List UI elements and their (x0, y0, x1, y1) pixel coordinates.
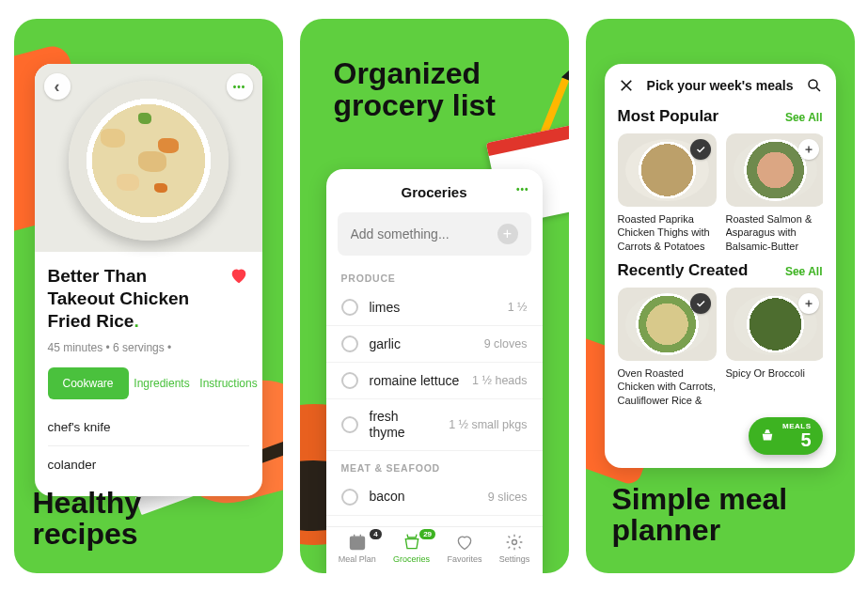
cookware-item: chef's knife (48, 409, 249, 446)
meal-label: Roasted Paprika Chicken Thighs with Carr… (618, 212, 717, 252)
checkbox[interactable] (341, 372, 358, 389)
recipe-meta: 45 minutes • 6 servings • (48, 341, 249, 354)
heart-icon (229, 265, 249, 286)
back-button[interactable]: ‹ (44, 73, 71, 100)
tab-meal-plan[interactable]: 4 Meal Plan (339, 533, 376, 564)
grocery-name: bacon (370, 489, 477, 505)
tab-groceries[interactable]: 29 Groceries (393, 533, 430, 564)
more-icon: ••• (516, 184, 529, 195)
plus-icon: + (503, 226, 512, 242)
tab-label: Meal Plan (339, 554, 376, 564)
meal-plan-icon (348, 533, 367, 552)
tab-favorites[interactable]: Favorites (447, 533, 481, 564)
meals-cart-button[interactable]: MEALS 5 (749, 417, 823, 455)
fab-count: 5 (800, 430, 811, 449)
tab-bar: 4 Meal Plan 29 Groceries Favorites Setti… (326, 526, 543, 573)
tab-instructions[interactable]: Instructions (196, 367, 262, 399)
panel-caption: Simple meal planner (612, 484, 788, 547)
plus-icon (803, 144, 814, 155)
screenshot-grocery-list: Organized grocery list Groceries ••• + P… (300, 19, 569, 573)
meal-image (726, 288, 823, 361)
selected-badge[interactable] (690, 139, 711, 160)
meal-label: Roasted Salmon & Asparagus with Balsamic… (726, 212, 823, 252)
search-button[interactable] (806, 77, 823, 94)
tab-ingredients[interactable]: Ingredients (129, 367, 196, 399)
meal-tile[interactable]: Roasted Paprika Chicken Thighs with Carr… (618, 133, 717, 252)
groceries-card: Groceries ••• + PRODUCElimes1 ½garlic9 c… (326, 169, 543, 573)
badge: 29 (419, 529, 435, 539)
section-title: Most Popular (618, 107, 719, 126)
svg-point-0 (513, 540, 517, 545)
groceries-icon (402, 533, 421, 552)
grocery-name: romaine lettuce (370, 373, 462, 389)
check-icon (695, 144, 706, 155)
meal-label: Spicy Or Broccoli (726, 366, 823, 380)
checkbox[interactable] (341, 489, 358, 506)
section-title: Recently Created (618, 261, 749, 280)
panel-caption: Healthy recipes (33, 488, 142, 551)
add-badge[interactable] (798, 139, 819, 160)
checkbox[interactable] (341, 416, 358, 433)
svg-point-1 (809, 80, 817, 88)
tab-label: Favorites (447, 554, 481, 564)
basket-icon (758, 427, 777, 445)
groceries-title: Groceries (401, 184, 466, 200)
plus-icon (803, 298, 814, 309)
favorites-icon (455, 533, 474, 552)
recipe-title: Better Than Takeout Chicken Fried Rice. (48, 265, 219, 332)
favorite-button[interactable] (229, 265, 249, 286)
grocery-qty: 1 ½ (508, 301, 528, 314)
check-icon (695, 298, 706, 309)
meal-label: Oven Roasted Chicken with Carrots, Cauli… (618, 366, 717, 406)
section-label: MEAT & SEAFOOD (326, 451, 543, 479)
screenshot-meal-planner: Pick your week's meals Most PopularSee A… (586, 19, 855, 573)
grocery-row[interactable]: garlic9 cloves (326, 326, 543, 363)
grocery-name: garlic (370, 336, 473, 352)
add-badge[interactable] (798, 293, 819, 314)
add-item-input[interactable] (351, 226, 497, 241)
tab-label: Groceries (393, 554, 430, 564)
close-icon (618, 77, 635, 94)
tab-cookware[interactable]: Cookware (48, 367, 129, 399)
search-icon (806, 77, 823, 94)
meal-picker-card: Pick your week's meals Most PopularSee A… (605, 64, 836, 468)
grocery-qty: 1 ½ small pkgs (449, 418, 527, 431)
grocery-row[interactable]: romaine lettuce1 ½ heads (326, 363, 543, 399)
grocery-row[interactable]: chicken breasts, boneless skinless2 ¼ lb (326, 516, 543, 526)
recipe-hero-image: ‹ ••• (35, 64, 262, 252)
meal-tile[interactable]: Spicy Or Broccoli (726, 288, 823, 406)
grocery-row[interactable]: bacon9 slices (326, 479, 543, 516)
tab-label: Settings (499, 554, 530, 564)
add-item-field[interactable]: + (338, 212, 531, 256)
more-button[interactable]: ••• (227, 73, 253, 100)
add-button[interactable]: + (497, 224, 518, 244)
meal-image (618, 288, 717, 361)
see-all-link[interactable]: See All (785, 265, 823, 278)
checkbox[interactable] (341, 335, 358, 352)
grocery-name: fresh thyme (370, 409, 438, 441)
settings-icon (505, 533, 524, 552)
checkbox[interactable] (341, 299, 358, 316)
meal-image (618, 133, 717, 207)
see-all-link[interactable]: See All (785, 111, 823, 124)
grocery-name: limes (370, 300, 497, 316)
meal-tile[interactable]: Roasted Salmon & Asparagus with Balsamic… (726, 133, 823, 252)
section-label: PRODUCE (326, 261, 543, 289)
badge: 4 (370, 529, 381, 539)
grocery-row[interactable]: limes1 ½ (326, 289, 543, 326)
cookware-item: colander (48, 446, 249, 483)
grocery-row[interactable]: fresh thyme1 ½ small pkgs (326, 399, 543, 451)
more-icon: ••• (233, 82, 246, 92)
screenshot-healthy-recipes: ‹ ••• Better Than Takeout Chicken Fried … (14, 19, 283, 573)
chevron-left-icon: ‹ (55, 77, 60, 97)
page-title: Pick your week's meals (647, 78, 794, 93)
more-button[interactable]: ••• (516, 184, 529, 195)
close-button[interactable] (618, 77, 635, 94)
meal-image (726, 133, 823, 207)
meal-tile[interactable]: Oven Roasted Chicken with Carrots, Cauli… (618, 288, 717, 406)
tab-settings[interactable]: Settings (499, 533, 530, 564)
grocery-qty: 9 cloves (484, 337, 528, 351)
panel-caption: Organized grocery list (334, 58, 497, 121)
recipe-detail-card: ‹ ••• Better Than Takeout Chicken Fried … (35, 64, 262, 496)
selected-badge[interactable] (690, 293, 711, 314)
